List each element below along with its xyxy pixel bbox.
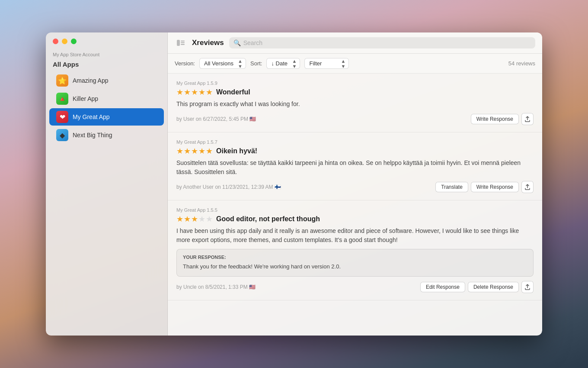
review-actions: Translate Write Response — [435, 181, 534, 193]
killer-app-icon: 🔺 — [56, 93, 68, 105]
star-2: ★ — [184, 214, 191, 224]
write-response-button[interactable]: Write Response — [471, 182, 519, 192]
app-window: My App Store Account All Apps ⭐ Amazing … — [46, 32, 542, 336]
share-button[interactable] — [521, 281, 534, 293]
close-button[interactable] — [53, 39, 58, 44]
star-1: ★ — [176, 214, 183, 224]
window-controls — [46, 32, 167, 48]
filters-bar: Version: All Versions 1.5.9 1.5.7 1.5.5 … — [168, 54, 542, 74]
filter-select[interactable]: Filter All Ratings 5 Stars 4 Stars 3 Sta… — [304, 58, 349, 69]
svg-rect-3 — [181, 44, 185, 45]
star-3: ★ — [191, 146, 198, 156]
sidebar: My App Store Account All Apps ⭐ Amazing … — [46, 32, 168, 336]
star-3: ★ — [191, 87, 198, 97]
review-meta: by Uncle on 8/5/2021, 1:33 PM 🇺🇸 — [176, 284, 417, 290]
star-5: ★ — [206, 87, 213, 97]
search-icon: 🔍 — [233, 39, 241, 46]
my-great-app-icon: ❤ — [56, 111, 68, 123]
filter-select-wrap: Filter All Ratings 5 Stars 4 Stars 3 Sta… — [304, 58, 349, 69]
stars-rating: ★ ★ ★ ★ ★ — [176, 214, 213, 224]
search-bar: 🔍 — [229, 37, 535, 48]
stars-rating: ★ ★ ★ ★ ★ — [176, 87, 213, 97]
review-actions: Edit Response Delete Response — [420, 281, 534, 293]
review-flag: 🇺🇸 — [249, 116, 256, 122]
review-body: I have been using this app daily and it … — [176, 226, 534, 245]
star-3: ★ — [191, 214, 198, 224]
all-apps-header: All Apps — [46, 59, 167, 71]
response-box: YOUR RESPONSE: Thank you for the feedbac… — [176, 249, 534, 277]
sort-select[interactable]: ↓ Date ↑ Date Rating — [266, 58, 300, 69]
star-4: ★ — [198, 146, 205, 156]
star-1: ★ — [176, 87, 183, 97]
star-5: ★ — [206, 146, 213, 156]
sidebar-toggle-icon — [177, 40, 185, 46]
table-row: My Great App 1.5.5 ★ ★ ★ ★ ★ Good editor… — [168, 200, 542, 300]
sidebar-toggle-button[interactable] — [175, 37, 187, 49]
amazing-app-icon: ⭐ — [56, 74, 68, 87]
sidebar-item-amazing-app[interactable]: ⭐ Amazing App — [49, 72, 164, 89]
review-footer: by User on 6/27/2022, 5:45 PM 🇺🇸 Write R… — [176, 113, 534, 125]
star-2: ★ — [184, 87, 191, 97]
review-version: My Great App 1.5.9 — [176, 81, 534, 86]
search-input[interactable] — [243, 39, 531, 46]
main-content: Xreviews 🔍 Version: All Versions 1.5.9 1… — [168, 32, 542, 336]
share-button[interactable] — [521, 181, 534, 193]
review-flag: 🇫🇮 — [275, 184, 281, 190]
version-select[interactable]: All Versions 1.5.9 1.5.7 1.5.5 — [199, 58, 246, 69]
write-response-button[interactable]: Write Response — [471, 114, 519, 124]
translate-button[interactable]: Translate — [435, 182, 468, 192]
review-version: My Great App 1.5.5 — [176, 207, 534, 213]
version-select-wrap: All Versions 1.5.9 1.5.7 1.5.5 ▲▼ — [199, 58, 246, 69]
sidebar-item-my-great-app[interactable]: ❤ My Great App — [49, 108, 164, 126]
review-title: Oikein hyvä! — [216, 147, 257, 155]
sidebar-item-label: Next Big Thing — [73, 132, 112, 139]
sort-select-wrap: ↓ Date ↑ Date Rating ▲▼ — [266, 58, 300, 69]
delete-response-button[interactable]: Delete Response — [468, 282, 519, 292]
minimize-button[interactable] — [62, 39, 67, 44]
table-row: My Great App 1.5.7 ★ ★ ★ ★ ★ Oikein hyvä… — [168, 132, 542, 200]
share-icon — [525, 284, 530, 290]
star-4: ★ — [198, 87, 205, 97]
response-label: YOUR RESPONSE: — [183, 255, 527, 260]
svg-rect-2 — [181, 42, 185, 43]
review-header: ★ ★ ★ ★ ★ Oikein hyvä! — [176, 146, 534, 156]
app-title: Xreviews — [192, 39, 224, 47]
reviews-count: 54 reviews — [508, 60, 535, 67]
review-footer: by Another User on 11/23/2021, 12:39 AM … — [176, 181, 534, 193]
share-button[interactable] — [521, 113, 534, 125]
account-label: My App Store Account — [46, 48, 167, 59]
star-4: ★ — [198, 214, 205, 224]
sidebar-item-killer-app[interactable]: 🔺 Killer App — [49, 90, 164, 107]
review-title: Good editor, not perfect though — [216, 215, 320, 223]
review-header: ★ ★ ★ ★ ★ Wonderful — [176, 87, 534, 97]
review-version: My Great App 1.5.7 — [176, 139, 534, 145]
share-icon — [525, 184, 530, 190]
review-body: This program is exactly what I was looki… — [176, 100, 534, 109]
edit-response-button[interactable]: Edit Response — [420, 282, 465, 292]
sort-label: Sort: — [250, 60, 262, 67]
svg-rect-1 — [181, 41, 185, 42]
table-row: My Great App 1.5.9 ★ ★ ★ ★ ★ Wonderful T… — [168, 74, 542, 132]
maximize-button[interactable] — [71, 39, 77, 44]
review-header: ★ ★ ★ ★ ★ Good editor, not perfect thoug… — [176, 214, 534, 224]
version-label: Version: — [175, 60, 195, 67]
review-flag: 🇺🇸 — [249, 284, 256, 290]
next-big-thing-icon: ◆ — [56, 129, 68, 141]
reviews-list: My Great App 1.5.9 ★ ★ ★ ★ ★ Wonderful T… — [168, 74, 542, 336]
star-1: ★ — [176, 146, 183, 156]
star-2: ★ — [184, 146, 191, 156]
review-meta: by Another User on 11/23/2021, 12:39 AM … — [176, 184, 432, 190]
sidebar-item-next-big-thing[interactable]: ◆ Next Big Thing — [49, 126, 164, 144]
review-footer: by Uncle on 8/5/2021, 1:33 PM 🇺🇸 Edit Re… — [176, 281, 534, 293]
share-icon — [525, 116, 530, 122]
review-body: Suosittelen tätä sovellusta: se täyttää … — [176, 158, 534, 177]
stars-rating: ★ ★ ★ ★ ★ — [176, 146, 213, 156]
review-title: Wonderful — [216, 88, 250, 96]
review-meta: by User on 6/27/2022, 5:45 PM 🇺🇸 — [176, 116, 467, 122]
response-text: Thank you for the feedback! We're workin… — [183, 262, 527, 271]
sidebar-item-label: Killer App — [73, 95, 98, 102]
toolbar: Xreviews 🔍 — [168, 32, 542, 54]
svg-rect-0 — [177, 40, 180, 46]
sidebar-item-label: Amazing App — [73, 77, 109, 84]
review-actions: Write Response — [471, 113, 534, 125]
